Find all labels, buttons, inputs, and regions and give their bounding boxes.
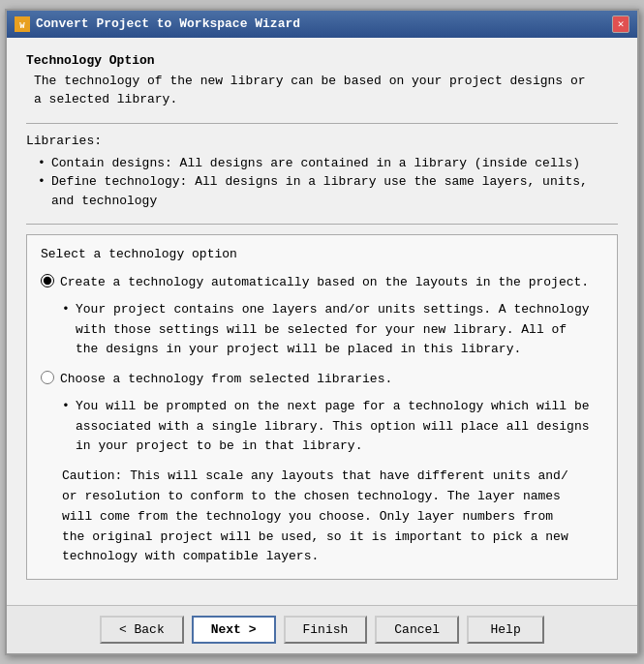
next-button[interactable]: Next > — [192, 616, 276, 644]
section-desc-line2: a selected library. — [34, 92, 177, 106]
option2-radio[interactable] — [41, 371, 54, 384]
window-title: Convert Project to Workspace Wizard — [36, 16, 300, 31]
divider-2 — [26, 224, 618, 225]
divider-1 — [26, 123, 618, 124]
back-button[interactable]: < Back — [100, 616, 184, 644]
titlebar-left: W Convert Project to Workspace Wizard — [15, 16, 300, 32]
wizard-content: Technology Option The technology of the … — [7, 38, 637, 605]
button-bar: < Back Next > Finish Cancel Help — [7, 605, 637, 653]
help-button[interactable]: Help — [467, 616, 544, 644]
option2-bullets: You will be prompted on the next page fo… — [62, 397, 603, 457]
finish-button[interactable]: Finish — [284, 616, 368, 644]
main-window: W Convert Project to Workspace Wizard ✕ … — [5, 9, 639, 655]
cancel-button[interactable]: Cancel — [375, 616, 459, 644]
library-bullet-1: Contain designs: All designs are contain… — [38, 154, 618, 173]
tech-option-section: Technology Option The technology of the … — [26, 53, 618, 109]
option1-sub: Your project contains one layers and/or … — [62, 300, 603, 360]
option1-label: Create a technology automatically based … — [60, 273, 589, 292]
library-bullet-2: Define technology: All designs in a libr… — [38, 172, 618, 210]
section-desc: The technology of the new library can be… — [34, 72, 618, 109]
option1-radio[interactable] — [41, 274, 54, 287]
caution-text: Caution: This will scale any layouts tha… — [62, 467, 603, 567]
option2-label: Choose a technology from selected librar… — [60, 370, 392, 389]
section-title: Technology Option — [26, 53, 618, 68]
library-bullet-2b: and technology — [51, 194, 157, 208]
select-tech-label: Select a technology option — [41, 247, 603, 261]
select-tech-box: Select a technology option Create a tech… — [26, 234, 618, 580]
libraries-section: Libraries: Contain designs: All designs … — [26, 134, 618, 211]
option2-sub: You will be prompted on the next page fo… — [62, 397, 603, 457]
option2-row: Choose a technology from selected librar… — [41, 370, 603, 389]
option1-bullets: Your project contains one layers and/or … — [62, 300, 603, 360]
svg-text:W: W — [19, 21, 25, 31]
libraries-label: Libraries: — [26, 134, 618, 148]
close-button[interactable]: ✕ — [612, 15, 629, 33]
option1-row: Create a technology automatically based … — [41, 273, 603, 292]
libraries-list: Contain designs: All designs are contain… — [38, 154, 618, 211]
titlebar: W Convert Project to Workspace Wizard ✕ — [7, 11, 637, 38]
section-desc-line1: The technology of the new library can be… — [34, 74, 586, 88]
app-icon: W — [15, 16, 30, 32]
library-bullet-2-text: Define technology: All designs in a libr… — [51, 174, 588, 189]
